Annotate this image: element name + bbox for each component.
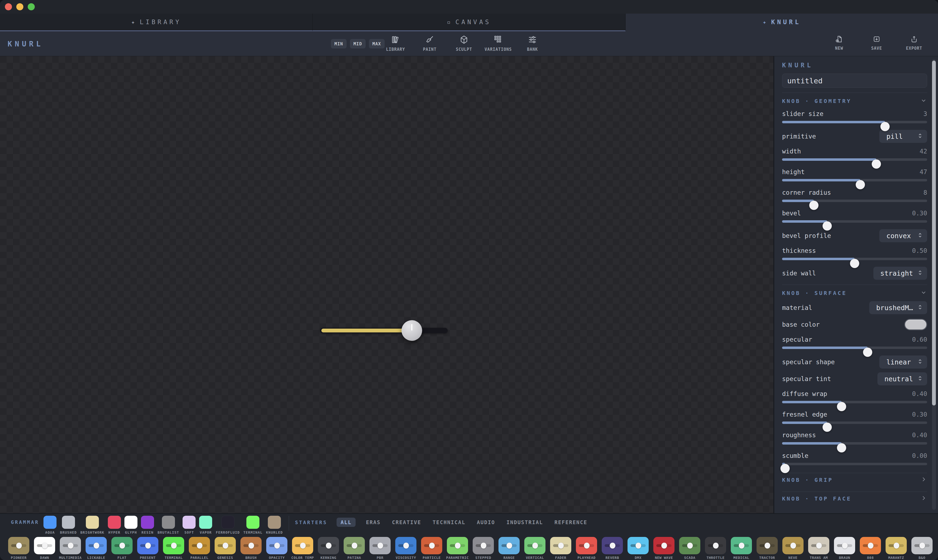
preset-thumbnail[interactable] <box>395 537 416 554</box>
grammar-swatch[interactable] <box>199 516 212 529</box>
preset-thumbnail[interactable] <box>653 537 675 554</box>
tab-library[interactable]: ✦LIBRARY <box>0 14 313 31</box>
starter-tab-technical[interactable]: TECHNICAL <box>431 518 467 527</box>
preset-present[interactable]: PRESENT <box>137 537 159 560</box>
preset-thumbnail[interactable] <box>602 537 623 554</box>
grammar-aqua[interactable]: AQUA <box>43 516 57 534</box>
save-button[interactable]: SAVE <box>865 35 888 51</box>
preset-flat[interactable]: FLAT <box>111 537 132 560</box>
grammar-swatch[interactable] <box>125 516 137 529</box>
preset-viscosity[interactable]: VISCOSITY <box>395 537 416 560</box>
preset-thumbnail[interactable] <box>343 537 365 554</box>
preset-thumbnail[interactable] <box>524 537 545 554</box>
mid-button[interactable]: MID <box>350 39 366 48</box>
paint-tool-button[interactable]: PAINT <box>417 35 443 52</box>
preset-thumbnail[interactable] <box>473 537 494 554</box>
grammar-soft[interactable]: SOFT <box>183 516 196 534</box>
preset-brush[interactable]: BRUSH <box>240 537 262 560</box>
preset-fader[interactable]: FADER <box>550 537 571 560</box>
slider-thumb[interactable] <box>809 201 818 210</box>
grammar-hyper[interactable]: HYPER <box>108 516 121 534</box>
preset-lickable[interactable]: LICKABLE <box>86 537 107 560</box>
preset-thumbnail[interactable] <box>318 537 339 554</box>
preset-thumbnail[interactable] <box>189 537 210 554</box>
preset-thumbnail[interactable] <box>447 537 468 554</box>
grammar-brightwork[interactable]: BRIGHTWORK <box>80 516 104 534</box>
preset-thumbnail[interactable] <box>576 537 597 554</box>
slider-thumb[interactable] <box>781 464 790 473</box>
library-tool-button[interactable]: LIBRARY <box>382 35 408 52</box>
slider-track[interactable] <box>782 121 927 123</box>
preset-medical[interactable]: MEDICAL <box>731 537 752 560</box>
slider-track[interactable] <box>782 258 927 260</box>
preset-thumbnail[interactable] <box>679 537 700 554</box>
starter-tab-eras[interactable]: ERAS <box>365 518 382 527</box>
grammar-resin[interactable]: RESIN <box>141 516 154 534</box>
slider-thumb[interactable] <box>822 222 832 231</box>
slider-thumb[interactable] <box>863 348 872 357</box>
section-header[interactable]: KNOB · SURFACE <box>782 289 927 297</box>
slider-thumb[interactable] <box>872 159 881 169</box>
slider-track[interactable] <box>782 220 927 223</box>
panel-scrollbar[interactable] <box>932 59 936 510</box>
starter-tab-audio[interactable]: AUDIO <box>476 518 496 527</box>
preset-name-input[interactable] <box>782 74 927 88</box>
preset-parametric[interactable]: PARAMETRIC <box>447 537 468 560</box>
preset-thumbnail[interactable] <box>86 537 107 554</box>
preset-dmx[interactable]: DMX <box>627 537 649 560</box>
grammar-swatch[interactable] <box>268 516 281 529</box>
preset-thumbnail[interactable] <box>111 537 132 554</box>
preset-genesis[interactable]: GENESIS <box>215 537 236 560</box>
preset-thumbnail[interactable] <box>421 537 442 554</box>
preset-808[interactable]: 808 <box>860 537 881 560</box>
export-button[interactable]: EXPORT <box>903 35 926 51</box>
traffic-light-minimize[interactable] <box>16 3 23 10</box>
starter-tab-reference[interactable]: REFERENCE <box>553 518 588 527</box>
preset-pbr[interactable]: PBR <box>370 537 391 560</box>
section-header-collapsed[interactable]: KNOB · TOP FACE <box>782 492 927 505</box>
base-color-swatch[interactable] <box>904 319 927 330</box>
preset-thumbnail[interactable] <box>163 537 184 554</box>
preset-patina[interactable]: PATINA <box>343 537 365 560</box>
preset-thumbnail[interactable] <box>911 537 933 554</box>
material-select[interactable]: brushedM… <box>869 301 927 314</box>
section-header[interactable]: KNOB · GEOMETRY <box>782 97 927 105</box>
slider-thumb[interactable] <box>850 259 859 268</box>
preset-reverb[interactable]: REVERB <box>602 537 623 560</box>
slider-thumb[interactable] <box>822 423 832 432</box>
preset-stepped[interactable]: STEPPED <box>473 537 494 560</box>
grammar-swatch[interactable] <box>86 516 99 529</box>
variations-tool-button[interactable]: VARIATIONS <box>485 35 511 52</box>
preset-opacity[interactable]: OPACITY <box>266 537 287 560</box>
preset-marantz[interactable]: MARANTZ <box>886 537 907 560</box>
preset-thumbnail[interactable] <box>808 537 829 554</box>
preset-tractor[interactable]: TRACTOR <box>756 537 778 560</box>
preset-scada[interactable]: SCADA <box>679 537 700 560</box>
grammar-knurled[interactable]: KNURLED <box>266 516 283 534</box>
preset-playhead[interactable]: PLAYHEAD <box>576 537 597 560</box>
preset-b-o[interactable]: B&O <box>911 537 933 560</box>
preset-thumbnail[interactable] <box>834 537 855 554</box>
preset-thumbnail[interactable] <box>292 537 313 554</box>
grammar-glyph[interactable]: GLYPH <box>125 516 137 534</box>
preset-thumbnail[interactable] <box>627 537 649 554</box>
slider-track[interactable] <box>782 463 927 465</box>
slider-track[interactable] <box>782 442 927 445</box>
grammar-ferrofluid[interactable]: FERROFLUID <box>216 516 240 534</box>
preset-thumbnail[interactable] <box>8 537 29 554</box>
grammar-terminal[interactable]: TERMINAL <box>243 516 263 534</box>
preset-color-temp[interactable]: COLOR TEMP <box>292 537 313 560</box>
preset-thumbnail[interactable] <box>60 537 81 554</box>
preset-range[interactable]: RANGE <box>499 537 520 560</box>
grammar-swatch[interactable] <box>141 516 154 529</box>
preset-thumbnail[interactable] <box>215 537 236 554</box>
slider-thumb[interactable] <box>837 402 846 411</box>
grammar-swatch[interactable] <box>246 516 259 529</box>
preset-thumbnail[interactable] <box>34 537 55 554</box>
panel-scrollbar-thumb[interactable] <box>932 60 936 405</box>
slider-track[interactable] <box>782 422 927 424</box>
preset-braun[interactable]: BRAUN <box>834 537 855 560</box>
grammar-swatch[interactable] <box>62 516 75 529</box>
tab-canvas[interactable]: ▫CANVAS <box>313 14 625 31</box>
preset-new-wave[interactable]: NEW WAVE <box>653 537 675 560</box>
